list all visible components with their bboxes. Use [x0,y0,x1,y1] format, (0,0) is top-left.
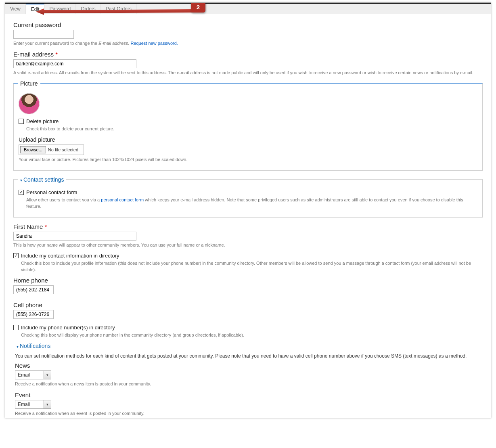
include-phone-checkbox[interactable] [13,325,19,330]
notifications-section: Notifications You can set notification m… [13,343,483,418]
first-name-input[interactable] [13,232,136,241]
include-phone-label: Include my phone number(s) in directory [21,324,115,331]
personal-contact-form-label: Personal contact form [26,189,77,195]
notif-event-help: Receive a notification when an event is … [15,410,481,417]
cell-phone-label: Cell phone [13,301,483,308]
personal-contact-form-link[interactable]: personal contact form [101,197,144,202]
tab-past-orders[interactable]: Past Orders [101,4,137,14]
include-contact-label: Include my contact information in direct… [21,253,119,259]
notif-news-help: Receive a notification when a news item … [15,381,481,387]
personal-contact-form-checkbox[interactable] [19,190,24,195]
first-name-help: This is how your name will appear to oth… [13,242,483,249]
notifications-intro: You can set notification methods for eac… [15,353,481,359]
notif-news-select[interactable]: Email▾ [15,371,51,379]
upload-picture-help: Your virtual face or picture. Pictures l… [19,157,477,163]
chevron-down-icon: ▾ [44,371,51,379]
tab-edit[interactable]: Edit [26,4,45,14]
request-new-password-link[interactable]: Request new password. [130,41,178,46]
cell-phone-input[interactable] [13,310,54,319]
picture-section: Picture Delete picture Check this box to… [13,80,483,171]
contact-settings-section: Contact settings Personal contact form A… [13,176,483,218]
delete-picture-help: Check this box to delete your current pi… [26,126,477,132]
include-contact-checkbox[interactable] [13,253,19,258]
notif-news-label: News [15,362,481,369]
tab-password[interactable]: Password [44,4,76,14]
picture-legend: Picture [18,80,40,87]
current-password-label: Current password [13,21,483,28]
home-phone-input[interactable] [13,285,54,294]
current-password-help: Enter your current password to change th… [13,40,483,47]
include-phone-help: Checking this box will display your phon… [21,332,483,339]
notifications-legend[interactable]: Notifications [14,343,53,349]
delete-picture-label: Delete picture [26,118,59,124]
current-password-input[interactable] [13,30,74,39]
browse-button[interactable]: Browse... [20,146,46,153]
contact-settings-legend[interactable]: Contact settings [18,176,66,183]
step-callout-badge: 2 [191,2,205,13]
avatar-image [19,93,40,114]
email-help: A valid e-mail address. All e-mails from… [13,70,483,76]
email-label: E-mail address * [13,51,483,58]
notif-event-label: Event [15,391,481,398]
delete-picture-checkbox[interactable] [19,119,24,124]
upload-picture-label: Upload picture [19,136,477,143]
first-name-label: First Name * [13,223,483,230]
upload-picture-field[interactable]: Browse... No file selected. [19,144,84,155]
tab-orders[interactable]: Orders [76,4,101,14]
tab-view[interactable]: View [5,4,26,14]
chevron-down-icon: ▾ [44,400,51,408]
home-phone-label: Home phone [13,277,483,284]
include-contact-help: Check this box to include your profile i… [21,260,483,273]
personal-contact-form-help: Allow other users to contact you via a p… [26,197,477,210]
tab-bar: View Edit Password Orders Past Orders [5,4,491,14]
notif-event-select[interactable]: Email▾ [15,400,51,409]
email-input[interactable] [13,59,136,68]
upload-file-name: No file selected. [47,147,84,152]
